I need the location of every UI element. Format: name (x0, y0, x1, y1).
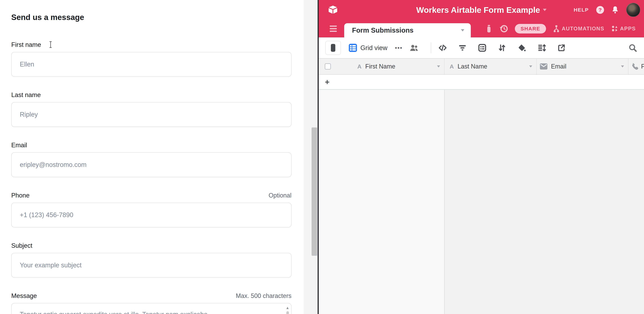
page-scroll-thumb[interactable] (312, 127, 317, 256)
column-header-last-name[interactable]: A Last Name (444, 59, 537, 74)
column-header-first-name[interactable]: A First Name (319, 59, 444, 74)
contact-form-window: Send us a message First name Last name E… (0, 0, 304, 314)
phone-optional-hint: Optional (268, 192, 292, 199)
airtable-logo-icon[interactable] (328, 6, 338, 14)
view-sidebar-toggle-button[interactable] (325, 41, 341, 55)
table-tab-bar: Form Submissions SHARE (319, 20, 644, 38)
table-column-header-row: A First Name A Last Name Email (319, 58, 644, 75)
base-title-caret-icon[interactable] (543, 9, 546, 11)
add-row[interactable]: + (319, 75, 644, 90)
first-name-label: First name (11, 41, 41, 49)
tab-caret-icon[interactable] (461, 29, 464, 32)
text-cursor-icon (49, 41, 52, 48)
search-icon[interactable] (628, 43, 637, 52)
last-name-label: Last name (11, 91, 41, 99)
subject-input[interactable] (11, 253, 292, 278)
email-input[interactable] (11, 152, 292, 177)
color-button[interactable] (518, 44, 526, 52)
notifications-bell-icon[interactable] (612, 6, 619, 14)
message-textarea[interactable]: Tenetur optio quaerat expedita vero et i… (11, 303, 292, 314)
scroll-up-arrow-icon[interactable]: ▲ (286, 306, 290, 310)
help-button[interactable]: HELP (574, 7, 589, 13)
phone-input[interactable] (11, 203, 292, 227)
airtable-window: Workers Airtable Form Example HELP ? For… (319, 0, 644, 314)
base-title[interactable]: Workers Airtable Form Example (416, 5, 540, 15)
subject-label: Subject (11, 242, 32, 249)
apps-icon (611, 25, 618, 33)
message-label: Message (11, 292, 37, 300)
collaborators-icon[interactable] (409, 44, 418, 52)
window-divider (318, 0, 319, 314)
view-name-button[interactable]: Grid view (360, 44, 387, 52)
tab-form-submissions[interactable]: Form Submissions (344, 23, 471, 38)
view-toolbar: Grid view ••• (319, 38, 644, 58)
email-label: Email (11, 141, 27, 149)
column-caret-icon[interactable] (529, 66, 532, 68)
trash-icon[interactable] (486, 25, 493, 33)
last-name-input[interactable] (11, 102, 292, 127)
view-options-ellipsis-button[interactable]: ••• (395, 45, 402, 51)
text-field-type-icon: A (450, 63, 454, 70)
select-all-checkbox[interactable] (325, 63, 331, 70)
message-scroll-thumb[interactable] (286, 311, 289, 314)
message-scrollbar[interactable]: ▲ (285, 306, 290, 314)
row-height-button[interactable] (537, 44, 546, 52)
grid-view-icon (349, 44, 357, 52)
form-title: Send us a message (11, 13, 292, 22)
column-caret-icon[interactable] (621, 66, 624, 68)
share-button[interactable]: SHARE (515, 24, 546, 34)
phone-field-type-icon (631, 63, 638, 70)
apps-button[interactable]: APPS (611, 25, 636, 33)
automations-button[interactable]: AUTOMATIONS (552, 25, 604, 33)
phone-label: Phone (11, 192, 30, 199)
user-avatar[interactable] (626, 3, 640, 17)
grid-empty-primary-column (319, 90, 444, 314)
toolbar-divider (431, 42, 431, 53)
column-header-phone[interactable]: P (628, 59, 644, 74)
hamburger-menu-icon[interactable] (330, 26, 337, 32)
message-maxlength-hint: Max. 500 characters (236, 292, 292, 300)
automations-icon (552, 25, 560, 33)
page-scrollbar[interactable] (304, 0, 318, 314)
message-text: Tenetur optio quaerat expedita vero et i… (20, 310, 278, 314)
add-row-plus-icon[interactable]: + (325, 78, 330, 86)
email-field-type-icon (540, 63, 548, 70)
first-name-input[interactable] (11, 52, 292, 77)
grid-empty-background (444, 90, 644, 314)
airtable-topbar: Workers Airtable Form Example HELP ? (319, 0, 644, 20)
history-icon[interactable] (500, 24, 508, 33)
column-header-email[interactable]: Email (537, 59, 628, 74)
text-field-type-icon: A (357, 63, 362, 70)
grid-empty-area (319, 90, 644, 314)
hide-fields-button[interactable] (438, 44, 447, 52)
group-button[interactable] (478, 44, 486, 52)
share-view-button[interactable] (557, 44, 566, 52)
sort-button[interactable] (498, 44, 506, 52)
help-question-icon[interactable]: ? (596, 6, 604, 14)
filter-button[interactable] (458, 44, 467, 52)
column-caret-icon[interactable] (437, 66, 440, 68)
